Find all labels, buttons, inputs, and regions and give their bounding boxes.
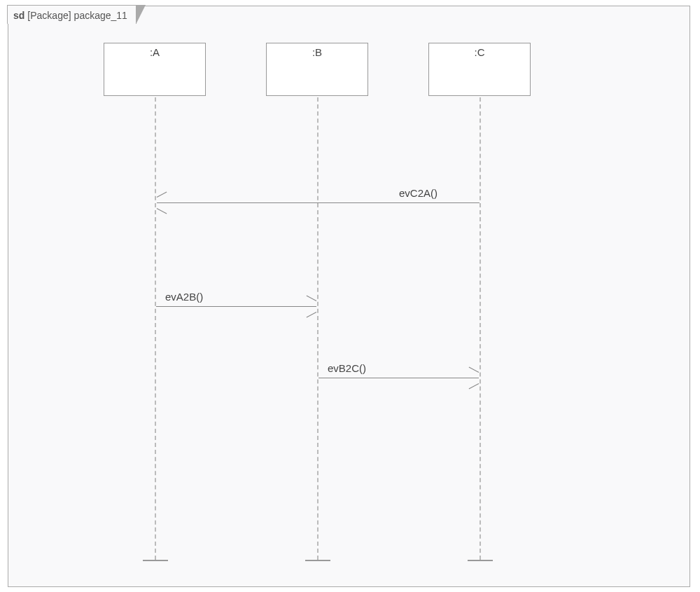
sequence-diagram-frame: sd [Package] package_11 :A :B :C evC2A()…	[8, 6, 690, 587]
lifeline-head-b[interactable]: :B	[266, 43, 368, 96]
lifeline-b	[317, 97, 318, 560]
lifeline-c	[479, 97, 481, 560]
lifeline-end-c	[468, 560, 493, 561]
lifeline-label-b: :B	[312, 46, 322, 58]
message-b2c-line[interactable]	[318, 378, 479, 378]
message-a2b-line[interactable]	[156, 306, 316, 307]
frame-prefix: sd	[13, 10, 24, 21]
message-a2b-label: evA2B()	[165, 291, 203, 303]
message-c2a-line[interactable]	[157, 202, 479, 203]
lifeline-end-b	[305, 560, 330, 561]
message-b2c-label: evB2C()	[328, 362, 366, 374]
message-c2a-label: evC2A()	[399, 187, 438, 199]
lifeline-head-c[interactable]: :C	[428, 43, 531, 96]
frame-kind: [Package]	[27, 10, 71, 21]
lifeline-end-a	[143, 560, 168, 561]
lifeline-head-a[interactable]: :A	[104, 43, 206, 96]
frame-name: package_11	[74, 10, 127, 21]
lifeline-label-a: :A	[150, 46, 160, 58]
lifeline-label-c: :C	[475, 46, 485, 58]
lifeline-a	[155, 97, 156, 560]
frame-title-tab: sd [Package] package_11	[8, 6, 137, 25]
